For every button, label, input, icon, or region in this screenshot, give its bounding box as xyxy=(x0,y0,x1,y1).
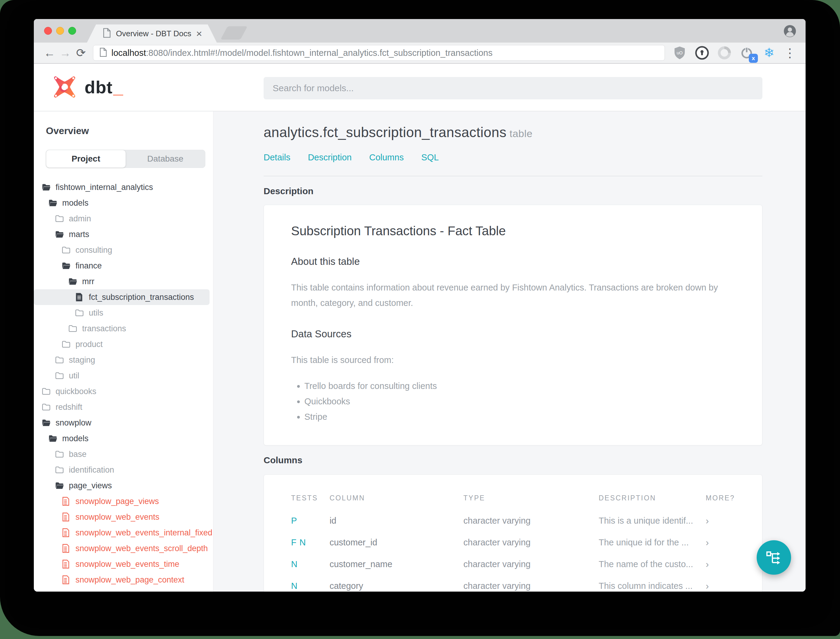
browser-tab[interactable]: Overview - DBT Docs × xyxy=(87,24,217,43)
tab-close-icon[interactable]: × xyxy=(196,29,202,39)
tree-item-identification[interactable]: identification xyxy=(34,462,210,478)
tree-item-marts[interactable]: marts xyxy=(34,226,210,242)
row-expand-chevron[interactable]: › xyxy=(706,575,735,592)
browser-toolbar: ← → ⟳ localhost:8080/index.html#!/model/… xyxy=(34,43,805,64)
folder-open-icon xyxy=(48,199,57,207)
reload-button-icon[interactable]: ⟳ xyxy=(73,47,89,59)
minimize-window-button[interactable] xyxy=(56,27,64,35)
model-nav-link-sql[interactable]: SQL xyxy=(421,153,439,162)
tree-item-label: redshift xyxy=(56,402,83,412)
forward-button-icon[interactable]: → xyxy=(57,47,73,59)
tree-item-label: quickbooks xyxy=(56,387,96,396)
card-title: Subscription Transactions - Fact Table xyxy=(291,224,735,238)
tree-item-snowplow_web_events[interactable]: snowplow_web_events xyxy=(34,509,210,525)
column-header-description: DESCRIPTION xyxy=(599,494,706,510)
cell-type: character varying xyxy=(464,553,599,575)
url-bar[interactable]: localhost:8080/index.html#!/model/model.… xyxy=(93,45,665,61)
test-link[interactable]: N xyxy=(291,581,297,591)
column-header-type: TYPE xyxy=(464,494,599,510)
row-expand-chevron[interactable]: › xyxy=(706,510,735,532)
row-expand-chevron[interactable]: › xyxy=(706,553,735,575)
dbt-logo[interactable]: dbt_ xyxy=(51,74,123,100)
zoom-window-button[interactable] xyxy=(68,27,76,35)
tree-item-models[interactable]: models xyxy=(34,195,210,211)
column-row-customer_id[interactable]: FNcustomer_idcharacter varyingThe unique… xyxy=(291,532,735,553)
column-row-category[interactable]: Ncategorycharacter varyingThis column in… xyxy=(291,575,735,592)
tree-item-snowplow[interactable]: snowplow xyxy=(34,415,210,431)
chrome-menu-icon[interactable]: ⋮ xyxy=(782,46,798,60)
ublock-extension-icon[interactable]: uO xyxy=(673,46,687,60)
tab-project[interactable]: Project xyxy=(46,150,125,168)
tree-item-page_views[interactable]: page_views xyxy=(34,478,210,493)
cell-tests: N xyxy=(291,575,329,592)
tree-item-snowplow_page_views[interactable]: snowplow_page_views xyxy=(34,493,210,509)
folder-open-icon xyxy=(68,277,77,286)
row-expand-chevron[interactable]: › xyxy=(706,532,735,553)
tree-item-mrr[interactable]: mrr xyxy=(34,273,210,289)
tree-item-snowplow_web_events_internal_fixed[interactable]: snowplow_web_events_internal_fixed xyxy=(34,525,210,540)
test-link[interactable]: N xyxy=(291,559,297,569)
tree-item-finance[interactable]: finance xyxy=(34,258,210,273)
extension-icons: uO x ❄ xyxy=(673,46,776,60)
tree-item-quickbooks[interactable]: quickbooks xyxy=(34,383,210,399)
tab-title: Overview - DBT Docs xyxy=(116,29,191,38)
tree-item-product[interactable]: product xyxy=(34,336,210,352)
tree-item-snowplow_web_events_scroll_depth[interactable]: snowplow_web_events_scroll_depth xyxy=(34,540,210,556)
new-tab-button[interactable] xyxy=(221,26,247,40)
model-file-icon xyxy=(75,292,84,302)
grayscale-extension-icon[interactable] xyxy=(718,46,731,60)
description-section-heading: Description xyxy=(264,186,762,196)
tree-item-fishtown_internal_analytics[interactable]: fishtown_internal_analytics xyxy=(34,180,210,195)
folder-open-icon xyxy=(48,434,57,443)
page-title: analytics.fct_subscription_transactionst… xyxy=(264,124,762,140)
back-button-icon[interactable]: ← xyxy=(42,47,57,59)
model-content: analytics.fct_subscription_transactionst… xyxy=(213,111,805,591)
test-link[interactable]: F xyxy=(291,537,297,547)
tab-database[interactable]: Database xyxy=(125,150,205,168)
tree-item-staging[interactable]: staging xyxy=(34,352,210,368)
tree-item-fct_subscription_transactions[interactable]: fct_subscription_transactions xyxy=(34,289,210,305)
snowflake-extension-icon[interactable]: ❄ xyxy=(762,46,776,60)
page-favicon-icon xyxy=(103,28,111,39)
tree-item-redshift[interactable]: redshift xyxy=(34,399,210,415)
column-row-customer_name[interactable]: Ncustomer_namecharacter varyingThe name … xyxy=(291,553,735,575)
model-file-icon xyxy=(62,497,71,506)
folder-icon xyxy=(62,245,71,254)
folder-open-icon xyxy=(62,261,71,270)
test-link[interactable]: P xyxy=(291,516,297,525)
tree-item-base[interactable]: base xyxy=(34,446,210,462)
model-search xyxy=(264,77,762,99)
tree-item-snowplow_web_page_context[interactable]: snowplow_web_page_context xyxy=(34,572,210,588)
columns-table: TESTSCOLUMNTYPEDESCRIPTIONMORE? Pidchara… xyxy=(291,494,735,592)
test-link[interactable]: N xyxy=(300,537,306,547)
onepassword-extension-icon[interactable] xyxy=(695,46,709,60)
folder-icon xyxy=(42,387,51,396)
data-source-item: Quickbooks xyxy=(304,394,735,409)
lineage-graph-button[interactable] xyxy=(757,540,791,575)
materialization-badge: table xyxy=(510,128,532,139)
profile-avatar-icon[interactable] xyxy=(783,24,797,38)
column-header-column: COLUMN xyxy=(329,494,463,510)
model-nav-link-details[interactable]: Details xyxy=(264,153,291,162)
folder-icon xyxy=(55,450,64,459)
column-row-id[interactable]: Pidcharacter varyingThis is a unique ide… xyxy=(291,510,735,532)
tree-item-admin[interactable]: admin xyxy=(34,211,210,226)
power-extension-icon[interactable]: x xyxy=(740,46,754,60)
data-source-item: Trello boards for consulting clients xyxy=(304,378,735,394)
cell-tests: FN xyxy=(291,532,329,553)
page-security-icon xyxy=(99,48,107,58)
search-input[interactable] xyxy=(264,77,762,99)
model-nav-link-columns[interactable]: Columns xyxy=(369,153,404,162)
tree-item-label: marts xyxy=(69,230,89,239)
cell-type: character varying xyxy=(464,575,599,592)
tree-item-snowplow_web_events_time[interactable]: snowplow_web_events_time xyxy=(34,556,210,572)
tree-item-util[interactable]: util xyxy=(34,368,210,383)
tree-item-transactions[interactable]: transactions xyxy=(34,321,210,336)
tree-item-consulting[interactable]: consulting xyxy=(34,242,210,258)
sidebar-heading: Overview xyxy=(46,125,213,137)
close-window-button[interactable] xyxy=(44,27,52,35)
tree-item-label: models xyxy=(62,434,89,443)
model-nav-link-description[interactable]: Description xyxy=(308,153,352,162)
tree-item-utils[interactable]: utils xyxy=(34,305,210,321)
tree-item-models[interactable]: models xyxy=(34,431,210,446)
